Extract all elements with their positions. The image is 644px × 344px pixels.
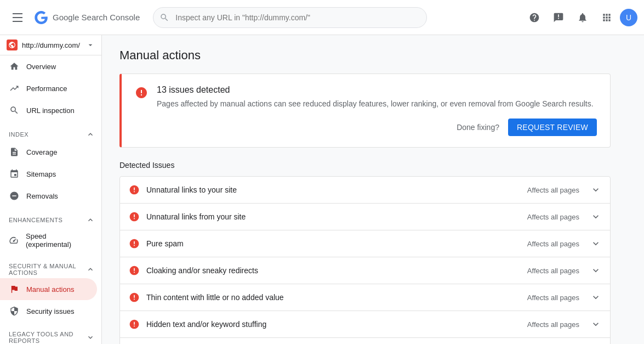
topbar-actions: U — [523, 7, 637, 29]
index-section-header[interactable]: Index — [0, 121, 101, 141]
search-icon — [159, 13, 169, 22]
main-content: Manual actions 13 issues detected Pages … — [102, 35, 644, 344]
issue-affects: Affects all pages — [527, 294, 579, 302]
index-chevron-icon — [86, 130, 95, 139]
issue-name: Hidden text and/or keyword stuffing — [146, 320, 521, 329]
apps-button[interactable] — [596, 7, 618, 29]
detected-issues-title: Detected Issues — [119, 161, 611, 170]
security-section-header[interactable]: Security & Manual Actions — [0, 254, 101, 278]
alert-description: Pages affected by manual actions can see… — [157, 98, 597, 110]
flag-icon — [9, 284, 20, 295]
topbar: Google Search Console — [0, 0, 644, 35]
sidebar-item-overview-label: Overview — [26, 63, 56, 71]
security-icon — [9, 306, 20, 317]
issue-error-icon — [129, 319, 140, 330]
issue-error-icon — [129, 265, 140, 276]
sidebar-item-security-issues[interactable]: Security issues — [0, 300, 97, 322]
enhancements-section-label: Enhancements — [9, 217, 62, 223]
issue-name: Unnatural links to your site — [146, 185, 521, 194]
sidebar-item-security-issues-label: Security issues — [26, 307, 74, 315]
enhancements-chevron-icon — [86, 216, 95, 224]
search-bar — [153, 7, 427, 28]
issue-name: Pure spam — [146, 239, 521, 248]
issue-row[interactable]: Unnatural links from your site Affects a… — [120, 204, 610, 230]
issue-row[interactable]: Thin content with little or no added val… — [120, 284, 610, 311]
alert-error-icon — [135, 86, 148, 99]
search-input[interactable] — [153, 7, 427, 28]
apps-icon — [601, 12, 612, 23]
sidebar-item-url-inspection-label: URL inspection — [26, 106, 75, 115]
sidebar-item-sitemaps[interactable]: Sitemaps — [0, 163, 97, 185]
home-icon — [9, 61, 20, 72]
sidebar-item-manual-actions-label: Manual actions — [26, 285, 74, 294]
legacy-chevron-icon — [86, 333, 95, 342]
expand-icon — [590, 211, 601, 222]
security-section-label: Security & Manual Actions — [9, 263, 86, 276]
alert-title: 13 issues detected — [157, 85, 597, 95]
sidebar-item-manual-actions[interactable]: Manual actions — [0, 278, 97, 300]
issue-row[interactable]: Spammy free hosts Affects all pages — [120, 338, 610, 344]
alert-box: 13 issues detected Pages affected by man… — [119, 74, 611, 148]
issue-affects: Affects all pages — [527, 320, 579, 329]
issue-row[interactable]: Cloaking and/or sneaky redirects Affects… — [120, 257, 610, 284]
issue-affects: Affects all pages — [527, 213, 579, 221]
expand-icon — [590, 238, 601, 249]
issue-error-icon — [129, 184, 140, 195]
legacy-section-label: Legacy tools and reports — [9, 331, 86, 344]
alert-actions: Done fixing? REQUEST REVIEW — [157, 119, 597, 136]
issue-name: Unnatural links from your site — [146, 212, 521, 221]
site-icon — [7, 40, 18, 50]
sidebar-item-coverage[interactable]: Coverage — [0, 141, 97, 163]
removals-icon — [9, 190, 20, 201]
alert-content: 13 issues detected Pages affected by man… — [157, 85, 597, 136]
url-search-icon — [9, 105, 20, 116]
notifications-button[interactable] — [572, 7, 594, 29]
google-logo-icon — [33, 9, 49, 26]
sidebar-item-overview[interactable]: Overview — [0, 55, 97, 77]
trending-up-icon — [9, 83, 20, 94]
issues-list: Unnatural links to your site Affects all… — [119, 176, 611, 344]
request-review-button[interactable]: REQUEST REVIEW — [508, 119, 597, 136]
bell-icon — [577, 12, 588, 23]
menu-button[interactable] — [7, 7, 29, 29]
expand-icon — [590, 265, 601, 276]
expand-icon — [590, 184, 601, 195]
issue-error-icon — [129, 238, 140, 249]
issue-error-icon — [129, 292, 140, 303]
avatar[interactable]: U — [620, 9, 637, 26]
issue-row[interactable]: Unnatural links to your site Affects all… — [120, 177, 610, 204]
sidebar-item-speed[interactable]: Speed (experimental) — [0, 227, 97, 254]
sidebar-item-sitemaps-label: Sitemaps — [26, 170, 56, 178]
enhancements-section-header[interactable]: Enhancements — [0, 207, 101, 227]
site-url-label: http://dummy.com/ — [22, 41, 82, 49]
sidebar-item-removals[interactable]: Removals — [0, 185, 97, 207]
sidebar-item-removals-label: Removals — [26, 192, 58, 200]
sidebar-item-speed-label: Speed (experimental) — [26, 232, 90, 249]
feedback-icon — [553, 12, 564, 23]
issue-name: Cloaking and/or sneaky redirects — [146, 266, 521, 275]
speed-icon — [9, 235, 19, 246]
legacy-section-header[interactable]: Legacy tools and reports — [0, 322, 101, 344]
index-section-label: Index — [9, 131, 29, 138]
issue-affects: Affects all pages — [527, 186, 579, 194]
feedback-button[interactable] — [548, 7, 569, 29]
layout: http://dummy.com/ Overview Performance U… — [0, 35, 644, 344]
issue-error-icon — [129, 211, 140, 222]
app-logo: Google Search Console — [33, 9, 140, 26]
page-title: Manual actions — [119, 48, 611, 63]
coverage-icon — [9, 146, 20, 157]
expand-icon — [590, 292, 601, 303]
issue-affects: Affects all pages — [527, 240, 579, 248]
sidebar-item-coverage-label: Coverage — [26, 148, 57, 156]
sitemaps-icon — [9, 168, 20, 179]
site-chevron-icon — [86, 41, 95, 49]
site-selector[interactable]: http://dummy.com/ — [0, 35, 101, 55]
sidebar-item-performance-label: Performance — [26, 84, 67, 93]
done-fixing-label: Done fixing? — [457, 123, 499, 132]
app-title: Google Search Console — [53, 13, 140, 22]
issue-row[interactable]: Hidden text and/or keyword stuffing Affe… — [120, 311, 610, 338]
sidebar-item-url-inspection[interactable]: URL inspection — [0, 99, 97, 121]
issue-row[interactable]: Pure spam Affects all pages — [120, 230, 610, 257]
help-button[interactable] — [523, 7, 545, 29]
sidebar-item-performance[interactable]: Performance — [0, 77, 97, 99]
